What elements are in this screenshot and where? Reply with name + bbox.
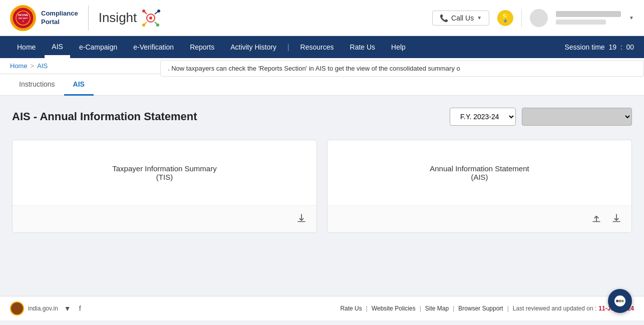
nav-rateus[interactable]: Rate Us [343, 36, 383, 58]
svg-point-10 [142, 24, 145, 27]
nav-home[interactable]: Home [10, 36, 43, 58]
footer-share-button[interactable]: f [77, 302, 83, 314]
ais-card-text: Annual Information Statement (AIS) [430, 164, 529, 181]
page-header-row: AIS - Annual Information Statement F.Y. … [12, 108, 632, 126]
tis-card-text: Taxpayer Information Summary (TIS) [112, 164, 216, 181]
footer-browser-support-link[interactable]: Browser Support [458, 305, 503, 312]
avatar [530, 9, 548, 27]
nav-separator: | [285, 43, 291, 51]
svg-point-12 [156, 24, 159, 27]
ais-card: Annual Information Statement (AIS) [327, 140, 632, 233]
user-info [556, 11, 621, 25]
fy-select[interactable]: F.Y. 2023-24 [450, 108, 516, 126]
svg-point-14 [142, 10, 145, 13]
header-right-divider [521, 9, 522, 27]
tis-card: Taxpayer Information Summary (TIS) [12, 140, 317, 233]
breadcrumb-home-link[interactable]: Home [10, 62, 28, 70]
breadcrumb-separator: > [31, 62, 35, 70]
user-sub-bar [556, 20, 606, 25]
insight-logo-icon [141, 8, 161, 28]
portal-name: Compliance Portal [41, 10, 78, 27]
footer-site-name: india.gov.in [28, 305, 58, 312]
ais-card-body[interactable]: Annual Information Statement (AIS) [328, 140, 631, 205]
tab-ais[interactable]: AIS [64, 74, 94, 96]
nav-ecampaign[interactable]: e-Campaign [72, 36, 124, 58]
footer-rate-us-link[interactable]: Rate Us [340, 305, 362, 312]
cards-row: Taxpayer Information Summary (TIS) Annua… [12, 140, 632, 233]
tab-instructions[interactable]: Instructions [10, 74, 64, 96]
svg-point-8 [157, 10, 160, 13]
footer-website-policies-link[interactable]: Website Policies [372, 305, 416, 312]
footer-emblem [10, 301, 24, 315]
tis-card-footer [13, 205, 316, 232]
nav-help[interactable]: Help [384, 36, 413, 58]
footer-right: Rate Us | Website Policies | Site Map | … [340, 305, 634, 312]
government-emblem: INCOME TAX DEPT ★ [10, 5, 36, 31]
ais-download-button[interactable] [609, 211, 623, 227]
footer-last-reviewed-label: Last reviewed and updated on : [513, 305, 596, 312]
session-time: Session time 19 : 00 [564, 43, 634, 51]
filter-row: F.Y. 2023-24 [450, 108, 632, 126]
ais-upload-button[interactable] [589, 211, 603, 227]
tis-card-body[interactable]: Taxpayer Information Summary (TIS) [13, 140, 316, 205]
nav-everification[interactable]: e-Verification [126, 36, 181, 58]
svg-text:INCOME: INCOME [18, 14, 29, 17]
insight-brand: Insight [99, 8, 161, 28]
page-title: AIS - Annual Information Statement [12, 110, 197, 123]
notifications-bulb-icon[interactable]: 💡 [497, 10, 513, 26]
logo-section: INCOME TAX DEPT ★ Compliance Portal [10, 5, 78, 31]
announcement-bar: . Now taxpayers can check the 'Reports S… [160, 60, 644, 77]
footer: india.gov.in ▼ f Rate Us | Website Polic… [0, 296, 644, 320]
nav-reports[interactable]: Reports [183, 36, 221, 58]
chat-widget-button[interactable] [608, 289, 632, 313]
ais-card-footer [328, 205, 631, 232]
phone-icon: 📞 [440, 14, 448, 22]
navbar: Home AIS e-Campaign e-Verification Repor… [0, 36, 644, 58]
footer-site-map-link[interactable]: Site Map [425, 305, 449, 312]
header-divider [88, 6, 89, 31]
call-us-button[interactable]: 📞 Call Us ▼ [432, 11, 489, 26]
nav-ais[interactable]: AIS [45, 36, 70, 58]
user-name-bar [556, 11, 621, 17]
tis-download-button[interactable] [294, 211, 308, 227]
nav-activity[interactable]: Activity History [223, 36, 283, 58]
type-select[interactable] [522, 108, 632, 126]
chevron-down-icon: ▼ [477, 15, 482, 21]
svg-point-6 [149, 17, 152, 20]
user-dropdown-chevron-icon[interactable]: ▼ [629, 15, 634, 21]
tabs-bar: Instructions AIS [0, 74, 644, 96]
header: INCOME TAX DEPT ★ Compliance Portal Insi… [0, 0, 644, 36]
top-section: Home > AIS . Now taxpayers can check the… [0, 58, 644, 74]
header-right: 📞 Call Us ▼ 💡 ▼ [432, 9, 634, 27]
nav-resources[interactable]: Resources [293, 36, 341, 58]
main-content: AIS - Annual Information Statement F.Y. … [0, 96, 644, 296]
footer-left: india.gov.in ▼ f [10, 301, 83, 315]
footer-dropdown-button[interactable]: ▼ [62, 302, 73, 314]
breadcrumb-current: AIS [37, 62, 48, 70]
nav-items: Home AIS e-Campaign e-Verification Repor… [10, 36, 564, 58]
